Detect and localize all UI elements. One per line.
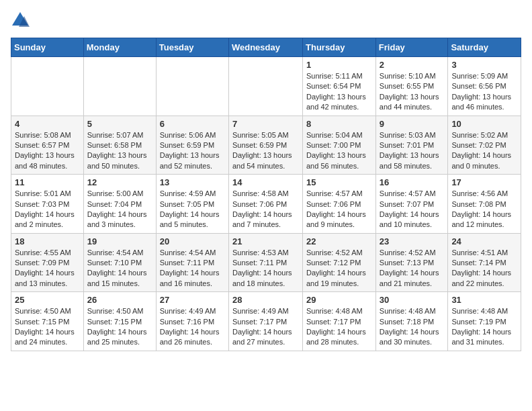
calendar-cell: 21Sunrise: 4:53 AM Sunset: 7:11 PM Dayli… [228, 233, 302, 292]
calendar-cell: 7Sunrise: 5:05 AM Sunset: 6:59 PM Daylig… [228, 116, 302, 175]
calendar-cell: 17Sunrise: 4:56 AM Sunset: 7:08 PM Dayli… [448, 175, 521, 234]
calendar-header-saturday: Saturday [448, 38, 521, 57]
day-number: 28 [232, 295, 299, 305]
day-number: 31 [451, 295, 517, 305]
day-number: 22 [306, 236, 372, 246]
day-info: Sunrise: 4:50 AM Sunset: 7:15 PM Dayligh… [87, 306, 152, 348]
day-number: 29 [306, 295, 372, 305]
day-number: 21 [232, 236, 299, 246]
calendar-cell: 24Sunrise: 4:51 AM Sunset: 7:14 PM Dayli… [448, 233, 521, 292]
calendar-cell: 15Sunrise: 4:57 AM Sunset: 7:06 PM Dayli… [303, 175, 376, 234]
page-header [11, 11, 521, 30]
calendar-cell: 31Sunrise: 4:48 AM Sunset: 7:19 PM Dayli… [448, 292, 521, 351]
calendar-cell: 28Sunrise: 4:49 AM Sunset: 7:17 PM Dayli… [228, 292, 302, 351]
calendar-cell: 1Sunrise: 5:11 AM Sunset: 6:54 PM Daylig… [303, 57, 376, 116]
calendar-cell: 2Sunrise: 5:10 AM Sunset: 6:55 PM Daylig… [375, 57, 448, 116]
day-info: Sunrise: 5:11 AM Sunset: 6:54 PM Dayligh… [306, 71, 372, 113]
day-number: 20 [160, 236, 225, 246]
calendar-cell: 11Sunrise: 5:01 AM Sunset: 7:03 PM Dayli… [11, 175, 84, 234]
calendar-cell: 14Sunrise: 4:58 AM Sunset: 7:06 PM Dayli… [228, 175, 302, 234]
calendar-cell: 23Sunrise: 4:52 AM Sunset: 7:13 PM Dayli… [375, 233, 448, 292]
calendar-cell: 19Sunrise: 4:54 AM Sunset: 7:10 PM Dayli… [83, 233, 156, 292]
day-info: Sunrise: 5:05 AM Sunset: 6:59 PM Dayligh… [232, 130, 299, 172]
day-number: 9 [380, 119, 445, 129]
calendar-cell: 27Sunrise: 4:49 AM Sunset: 7:16 PM Dayli… [156, 292, 228, 351]
calendar-cell [83, 57, 156, 116]
day-info: Sunrise: 4:48 AM Sunset: 7:19 PM Dayligh… [451, 306, 517, 348]
calendar-cell: 30Sunrise: 4:48 AM Sunset: 7:18 PM Dayli… [375, 292, 448, 351]
day-number: 10 [451, 119, 517, 129]
day-info: Sunrise: 4:53 AM Sunset: 7:11 PM Dayligh… [232, 248, 299, 289]
day-number: 19 [87, 236, 152, 246]
day-number: 24 [451, 236, 517, 246]
day-info: Sunrise: 4:54 AM Sunset: 7:11 PM Dayligh… [160, 248, 225, 289]
day-info: Sunrise: 5:06 AM Sunset: 6:59 PM Dayligh… [160, 130, 225, 172]
day-info: Sunrise: 5:08 AM Sunset: 6:57 PM Dayligh… [15, 130, 80, 172]
day-info: Sunrise: 5:01 AM Sunset: 7:03 PM Dayligh… [15, 189, 80, 230]
calendar-cell: 9Sunrise: 5:03 AM Sunset: 7:01 PM Daylig… [375, 116, 448, 175]
day-number: 16 [380, 177, 445, 187]
calendar-week-row: 25Sunrise: 4:50 AM Sunset: 7:15 PM Dayli… [11, 292, 521, 351]
logo [11, 11, 32, 30]
day-info: Sunrise: 4:50 AM Sunset: 7:15 PM Dayligh… [15, 306, 80, 348]
day-number: 3 [451, 60, 517, 70]
calendar-cell: 10Sunrise: 5:02 AM Sunset: 7:02 PM Dayli… [448, 116, 521, 175]
day-info: Sunrise: 4:56 AM Sunset: 7:08 PM Dayligh… [451, 189, 517, 230]
day-info: Sunrise: 4:52 AM Sunset: 7:12 PM Dayligh… [306, 248, 372, 289]
calendar-week-row: 18Sunrise: 4:55 AM Sunset: 7:09 PM Dayli… [11, 233, 521, 292]
calendar-cell [11, 57, 84, 116]
calendar-cell: 3Sunrise: 5:09 AM Sunset: 6:56 PM Daylig… [448, 57, 521, 116]
calendar-cell: 5Sunrise: 5:07 AM Sunset: 6:58 PM Daylig… [83, 116, 156, 175]
day-number: 11 [15, 177, 80, 187]
day-number: 7 [232, 119, 299, 129]
day-number: 5 [87, 119, 152, 129]
day-number: 25 [15, 295, 80, 305]
day-number: 1 [306, 60, 372, 70]
calendar-header-sunday: Sunday [11, 38, 84, 57]
calendar-header-tuesday: Tuesday [156, 38, 228, 57]
day-info: Sunrise: 4:49 AM Sunset: 7:16 PM Dayligh… [160, 306, 225, 348]
day-number: 4 [15, 119, 80, 129]
day-number: 30 [380, 295, 445, 305]
calendar-cell: 26Sunrise: 4:50 AM Sunset: 7:15 PM Dayli… [83, 292, 156, 351]
day-info: Sunrise: 4:55 AM Sunset: 7:09 PM Dayligh… [15, 248, 80, 289]
day-info: Sunrise: 4:49 AM Sunset: 7:17 PM Dayligh… [232, 306, 299, 348]
day-number: 8 [306, 119, 372, 129]
day-number: 14 [232, 177, 299, 187]
calendar-week-row: 4Sunrise: 5:08 AM Sunset: 6:57 PM Daylig… [11, 116, 521, 175]
day-number: 18 [15, 236, 80, 246]
calendar-header-friday: Friday [375, 38, 448, 57]
day-info: Sunrise: 4:48 AM Sunset: 7:18 PM Dayligh… [380, 306, 445, 348]
calendar-cell: 20Sunrise: 4:54 AM Sunset: 7:11 PM Dayli… [156, 233, 228, 292]
calendar-cell: 6Sunrise: 5:06 AM Sunset: 6:59 PM Daylig… [156, 116, 228, 175]
calendar-header-monday: Monday [83, 38, 156, 57]
day-number: 27 [160, 295, 225, 305]
calendar-header-thursday: Thursday [303, 38, 376, 57]
day-info: Sunrise: 4:58 AM Sunset: 7:06 PM Dayligh… [232, 189, 299, 230]
day-info: Sunrise: 4:54 AM Sunset: 7:10 PM Dayligh… [87, 248, 152, 289]
calendar-week-row: 11Sunrise: 5:01 AM Sunset: 7:03 PM Dayli… [11, 175, 521, 234]
day-info: Sunrise: 5:10 AM Sunset: 6:55 PM Dayligh… [380, 71, 445, 113]
calendar-cell: 4Sunrise: 5:08 AM Sunset: 6:57 PM Daylig… [11, 116, 84, 175]
day-number: 12 [87, 177, 152, 187]
calendar-cell: 16Sunrise: 4:57 AM Sunset: 7:07 PM Dayli… [375, 175, 448, 234]
calendar-cell: 18Sunrise: 4:55 AM Sunset: 7:09 PM Dayli… [11, 233, 84, 292]
day-info: Sunrise: 4:52 AM Sunset: 7:13 PM Dayligh… [380, 248, 445, 289]
calendar-cell: 29Sunrise: 4:48 AM Sunset: 7:17 PM Dayli… [303, 292, 376, 351]
calendar-week-row: 1Sunrise: 5:11 AM Sunset: 6:54 PM Daylig… [11, 57, 521, 116]
calendar-cell: 8Sunrise: 5:04 AM Sunset: 7:00 PM Daylig… [303, 116, 376, 175]
day-info: Sunrise: 4:59 AM Sunset: 7:05 PM Dayligh… [160, 189, 225, 230]
day-info: Sunrise: 5:03 AM Sunset: 7:01 PM Dayligh… [380, 130, 445, 172]
logo-icon [11, 11, 30, 30]
day-info: Sunrise: 5:07 AM Sunset: 6:58 PM Dayligh… [87, 130, 152, 172]
day-number: 23 [380, 236, 445, 246]
day-number: 6 [160, 119, 225, 129]
day-info: Sunrise: 5:02 AM Sunset: 7:02 PM Dayligh… [451, 130, 517, 172]
calendar-header-row: SundayMondayTuesdayWednesdayThursdayFrid… [11, 38, 521, 57]
day-info: Sunrise: 5:04 AM Sunset: 7:00 PM Dayligh… [306, 130, 372, 172]
day-info: Sunrise: 4:57 AM Sunset: 7:06 PM Dayligh… [306, 189, 372, 230]
calendar-cell: 12Sunrise: 5:00 AM Sunset: 7:04 PM Dayli… [83, 175, 156, 234]
calendar-cell [156, 57, 228, 116]
day-info: Sunrise: 4:51 AM Sunset: 7:14 PM Dayligh… [451, 248, 517, 289]
day-number: 13 [160, 177, 225, 187]
